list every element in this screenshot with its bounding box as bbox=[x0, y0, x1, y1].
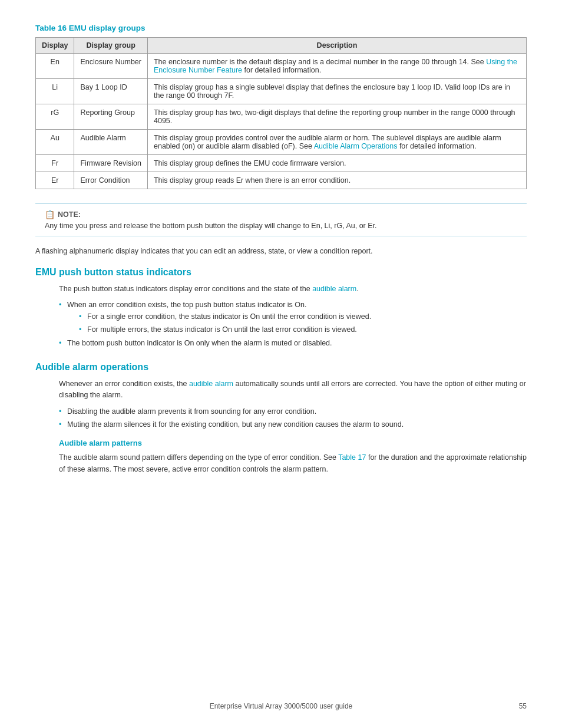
display-cell: Er bbox=[36, 172, 74, 189]
col-display-group: Display group bbox=[74, 38, 148, 54]
list-item: Muting the alarm silences it for the exi… bbox=[59, 419, 527, 430]
table-row: AuAudible AlarmThis display group provid… bbox=[36, 130, 527, 155]
description-cell: This display group provides control over… bbox=[147, 130, 526, 155]
description-cell: The enclosure number is the default disp… bbox=[147, 54, 526, 79]
audible-alarm-heading: Audible alarm operations bbox=[35, 362, 527, 373]
table-row: FrFirmware RevisionThis display group de… bbox=[36, 155, 527, 172]
col-display: Display bbox=[36, 38, 74, 54]
group-cell: Audible Alarm bbox=[74, 130, 148, 155]
display-cell: Fr bbox=[36, 155, 74, 172]
audible-alarm-patterns-heading: Audible alarm patterns bbox=[59, 439, 527, 447]
emu-section-heading: EMU push button status indicators bbox=[35, 267, 527, 278]
sub-bullet-list: For a single error condition, the status… bbox=[79, 311, 527, 336]
description-cell: This display group has a single sublevel… bbox=[147, 79, 526, 104]
table17-link[interactable]: Table 17 bbox=[338, 453, 366, 462]
list-item: Disabling the audible alarm prevents it … bbox=[59, 406, 527, 417]
note-text: Any time you press and release the botto… bbox=[45, 222, 517, 230]
list-item: For multiple errors, the status indicato… bbox=[79, 324, 527, 335]
group-cell: Error Condition bbox=[74, 172, 148, 189]
display-cell: En bbox=[36, 54, 74, 79]
table-row: EnEnclosure NumberThe enclosure number i… bbox=[36, 54, 527, 79]
table-row: LiBay 1 Loop IDThis display group has a … bbox=[36, 79, 527, 104]
display-cell: rG bbox=[36, 104, 74, 130]
table-row: ErError ConditionThis display group read… bbox=[36, 172, 527, 189]
group-cell: Reporting Group bbox=[74, 104, 148, 130]
emu-display-groups-table: Display Display group Description EnEncl… bbox=[35, 37, 527, 189]
audible-alarm-body: Whenever an error condition exists, the … bbox=[59, 378, 527, 431]
emu-section-body: The push button status indicators displa… bbox=[59, 284, 527, 349]
alarm-intro: Whenever an error condition exists, the … bbox=[59, 378, 527, 401]
audible-alarm-section: Audible alarm operations Whenever an err… bbox=[35, 362, 527, 475]
table-row-link[interactable]: Audible Alarm Operations bbox=[314, 142, 398, 150]
list-item: For a single error condition, the status… bbox=[79, 311, 527, 322]
list-item: The bottom push button indicator is On o… bbox=[59, 338, 527, 349]
audible-alarm-link-emu[interactable]: audible alarm bbox=[312, 285, 356, 293]
table-row: rGReporting GroupThis display group has … bbox=[36, 104, 527, 130]
note-icon: 📋 bbox=[45, 210, 55, 219]
footer-page: 55 bbox=[519, 702, 527, 710]
description-cell: This display group reads Er when there i… bbox=[147, 172, 526, 189]
footer-title: Enterprise Virtual Array 3000/5000 user … bbox=[0, 702, 562, 710]
note-label: 📋 NOTE: bbox=[45, 210, 517, 219]
table-title: Table 16 EMU display groups bbox=[35, 24, 527, 32]
emu-intro: The push button status indicators displa… bbox=[59, 284, 527, 295]
group-cell: Firmware Revision bbox=[74, 155, 148, 172]
display-cell: Li bbox=[36, 79, 74, 104]
group-cell: Bay 1 Loop ID bbox=[74, 79, 148, 104]
description-cell: This display group defines the EMU code … bbox=[147, 155, 526, 172]
note-box: 📋 NOTE: Any time you press and release t… bbox=[35, 203, 527, 236]
display-cell: Au bbox=[36, 130, 74, 155]
page-footer: Enterprise Virtual Array 3000/5000 user … bbox=[0, 702, 562, 710]
description-cell: This display group has two, two-digit di… bbox=[147, 104, 526, 130]
emu-push-button-section: EMU push button status indicators The pu… bbox=[35, 267, 527, 349]
audible-alarm-patterns-subsection: Audible alarm patterns The audible alarm… bbox=[59, 439, 527, 475]
alarm-bullet-list: Disabling the audible alarm prevents it … bbox=[59, 406, 527, 431]
flashing-note: A flashing alphanumeric display indicate… bbox=[35, 247, 527, 255]
col-description: Description bbox=[147, 38, 526, 54]
emu-bullet-list: When an error condition exists, the top … bbox=[59, 299, 527, 349]
group-cell: Enclosure Number bbox=[74, 54, 148, 79]
audible-alarm-patterns-text: The audible alarm sound pattern differs … bbox=[59, 452, 527, 475]
list-item: When an error condition exists, the top … bbox=[59, 299, 527, 335]
audible-alarm-link-ops[interactable]: audible alarm bbox=[189, 380, 233, 388]
